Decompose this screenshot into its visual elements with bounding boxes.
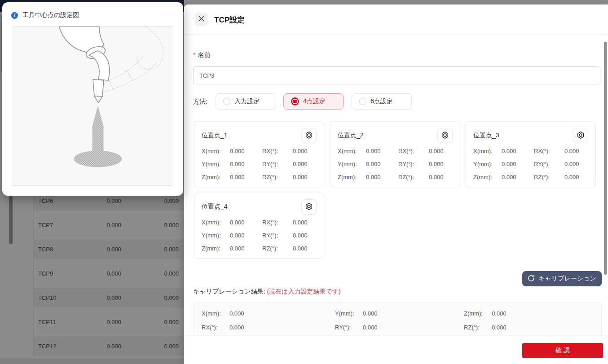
card-title: 位置点_2 [338, 132, 364, 140]
close-button[interactable] [194, 13, 208, 26]
card-title: 位置点_3 [473, 132, 499, 140]
required-asterisk: * [193, 51, 195, 58]
coordinate-values: X(mm):0.000RX(°):0.000 Y(mm):0.000RY(°):… [338, 147, 453, 182]
drawer-scrollbar-thumb[interactable] [604, 42, 607, 275]
confirm-button[interactable]: 確 認 [522, 343, 603, 358]
card-title: 位置点_4 [202, 203, 228, 211]
nut-setting-icon [577, 131, 585, 140]
position-point-card-4: 位置点_4 X(mm):0.000RX(°):0.000 Y(mm):0.000… [194, 193, 324, 259]
radio-option-4-point-setting[interactable]: 4点設定 [283, 93, 344, 110]
tcp-diagram-image [13, 26, 172, 186]
drawer-title: TCP設定 [214, 15, 245, 25]
nut-setting-icon [305, 202, 313, 212]
radio-option-input-setting[interactable]: 入力設定 [216, 93, 275, 110]
screen: TCP6 0.000 0.000 TCP7 0.000 0.000 TCP8 0… [0, 0, 608, 364]
drawer-header: TCP設定 [184, 4, 608, 35]
calibration-button[interactable]: キャリブレーション [522, 271, 602, 286]
radio-circle-icon [223, 98, 230, 105]
tcp-diagram-popup: i 工具中心点の設定図 [2, 2, 183, 196]
tcp-settings-drawer: TCP設定 *名前 方法: 入力設定 4点設定 6点設定 位置点_1 [184, 4, 608, 364]
name-field-label: *名前 [193, 51, 210, 59]
teach-point-button[interactable] [301, 199, 317, 215]
method-label: 方法: [193, 93, 207, 110]
popup-title: 工具中心点の設定図 [22, 11, 79, 19]
position-point-card-2: 位置点_2 X(mm):0.000RX(°):0.000 Y(mm):0.000… [330, 121, 460, 187]
nut-setting-icon [441, 131, 449, 140]
calibration-result-note: (現在は入力設定結果です) [267, 288, 340, 295]
card-title: 位置点_1 [202, 132, 228, 140]
drawer-footer: 確 認 [184, 335, 608, 364]
coordinate-values: X(mm):0.000RX(°):0.000 Y(mm):0.000RY(°):… [202, 218, 317, 253]
teach-point-button[interactable] [573, 128, 588, 143]
radio-selected-icon [291, 97, 299, 105]
radio-option-6-point-setting[interactable]: 6点設定 [352, 93, 412, 110]
name-input[interactable] [193, 66, 600, 84]
coordinate-values: X(mm):0.000RX(°):0.000 Y(mm):0.000RY(°):… [202, 147, 317, 182]
teach-point-button[interactable] [437, 128, 453, 143]
coordinate-values: X(mm):0.000RX(°):0.000 Y(mm):0.000RY(°):… [473, 147, 588, 182]
nut-setting-icon [305, 131, 313, 140]
position-point-card-3: 位置点_3 X(mm):0.000RX(°):0.000 Y(mm):0.000… [466, 121, 596, 187]
teach-point-button[interactable] [301, 128, 317, 143]
calibration-result-title: キャリブレーション結果: (現在は入力設定結果です) [193, 288, 341, 296]
close-icon [198, 16, 204, 23]
calibration-refresh-icon [528, 275, 535, 283]
position-point-card-1: 位置点_1 X(mm):0.000RX(°):0.000 Y(mm):0.000… [194, 121, 324, 187]
radio-circle-icon [359, 98, 366, 105]
info-icon: i [11, 12, 18, 19]
